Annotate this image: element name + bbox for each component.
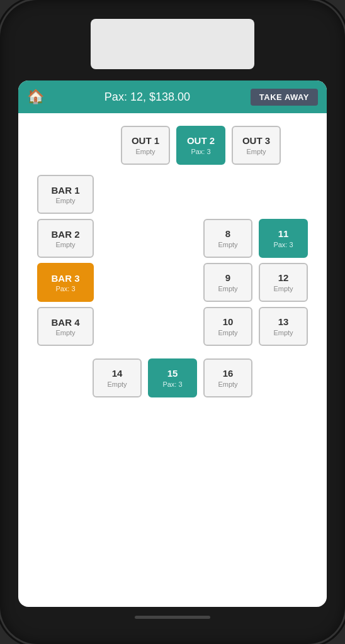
table-bar3[interactable]: BAR 3 Pax: 3 [37, 263, 94, 302]
table-13[interactable]: 13 Empty [259, 307, 308, 346]
table-14[interactable]: 14 Empty [93, 358, 142, 397]
table-out2[interactable]: OUT 2 Pax: 3 [176, 126, 225, 165]
table-out3[interactable]: OUT 3 Empty [232, 126, 281, 165]
device: 🏠 Pax: 12, $138.00 TAKE AWAY OUT 1 Empty… [0, 0, 345, 644]
table-bar2[interactable]: BAR 2 Empty [37, 219, 94, 258]
table-layout: OUT 1 Empty OUT 2 Pax: 3 OUT 3 Empty BAR… [18, 113, 327, 607]
device-top-area [91, 19, 254, 69]
out-section: OUT 1 Empty OUT 2 Pax: 3 OUT 3 Empty [37, 126, 308, 165]
table-12[interactable]: 12 Empty [259, 263, 308, 302]
bottom-section: 14 Empty 15 Pax: 3 16 Empty [37, 358, 308, 397]
header-bar: 🏠 Pax: 12, $138.00 TAKE AWAY [18, 80, 327, 113]
table-bar1[interactable]: BAR 1 Empty [37, 175, 94, 214]
table-15[interactable]: 15 Pax: 3 [148, 358, 197, 397]
device-bottom-bar [135, 616, 210, 619]
bar3-row: BAR 3 Pax: 3 9 Empty 12 Empty [37, 263, 308, 302]
table-bar4[interactable]: BAR 4 Empty [37, 307, 94, 346]
table-11[interactable]: 11 Pax: 3 [259, 219, 308, 258]
table-10[interactable]: 10 Empty [203, 307, 252, 346]
table-8[interactable]: 8 Empty [203, 219, 252, 258]
bar1-row: BAR 1 Empty [37, 175, 308, 214]
screen: 🏠 Pax: 12, $138.00 TAKE AWAY OUT 1 Empty… [18, 80, 327, 607]
bar4-row: BAR 4 Empty 10 Empty 13 Empty [37, 307, 308, 346]
table-9[interactable]: 9 Empty [203, 263, 252, 302]
restaurant-icon: 🏠 [27, 89, 44, 105]
table-16[interactable]: 16 Empty [203, 358, 252, 397]
take-away-button[interactable]: TAKE AWAY [251, 89, 318, 106]
bar2-row: BAR 2 Empty 8 Empty 11 Pax: 3 [37, 219, 308, 258]
header-title: Pax: 12, $138.00 [105, 91, 190, 104]
table-out1[interactable]: OUT 1 Empty [121, 126, 170, 165]
